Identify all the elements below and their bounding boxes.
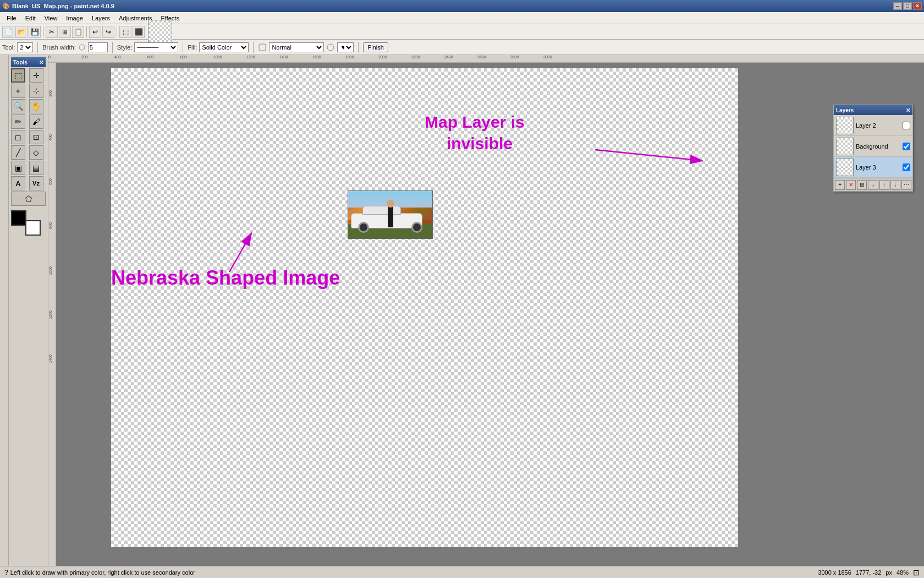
- delete-layer-button[interactable]: ✕: [846, 180, 856, 190]
- copy-button[interactable]: ⊞: [59, 26, 71, 38]
- menu-bar: File Edit View Image Layers Adjustments …: [0, 12, 924, 24]
- status-help: ? Left click to draw with primary color,…: [4, 569, 195, 576]
- tool-line[interactable]: ╱: [11, 145, 25, 160]
- window-title: Blank_US_Map.png - paint.net 4.0.9: [12, 3, 114, 9]
- options-sep3: [183, 42, 183, 53]
- tool-zoom[interactable]: 🔍: [11, 99, 25, 113]
- svg-line-5: [229, 233, 251, 272]
- add-layer-button[interactable]: +: [835, 180, 845, 190]
- title-bar: 🎨 Blank_US_Map.png - paint.net 4.0.9 ─ □…: [0, 0, 924, 12]
- tool-shapes[interactable]: ◇: [29, 145, 43, 160]
- menu-edit[interactable]: Edit: [21, 14, 40, 23]
- layer-3-thumb: [836, 159, 854, 176]
- options-bar: Tool: 2 Brush width: Style: ───── Fill: …: [0, 40, 924, 55]
- tool-eraser[interactable]: ◻: [11, 130, 25, 144]
- help-text: Left click to draw with primary color, r…: [10, 569, 195, 576]
- layer-background-visibility[interactable]: [903, 143, 910, 150]
- title-bar-controls: ─ □ ✕: [893, 2, 922, 10]
- tool-lasso[interactable]: ⌖: [11, 84, 25, 98]
- tool-rectangle-select[interactable]: ⬚: [11, 68, 25, 83]
- tool-text[interactable]: A: [11, 176, 25, 190]
- title-bar-left: 🎨 Blank_US_Map.png - paint.net 4.0.9: [2, 3, 114, 10]
- tool-move[interactable]: ✛: [29, 68, 43, 83]
- style-label: Style:: [117, 44, 133, 51]
- open-button[interactable]: 📂: [15, 26, 28, 38]
- fill-select[interactable]: Solid Color: [199, 42, 249, 52]
- redo-button[interactable]: ↪: [102, 26, 114, 38]
- tool-brush[interactable]: 🖌: [29, 114, 43, 129]
- layer-2-thumb: [836, 117, 854, 134]
- canvas[interactable]: Map Layer is invisible Nebraska Shaped I…: [111, 68, 738, 547]
- options-sep2: [112, 42, 113, 53]
- toolbar-sep1: [43, 26, 43, 37]
- layers-panel-title-bar: Layers ✕: [834, 105, 912, 115]
- duplicate-layer-button[interactable]: ⊞: [857, 180, 867, 190]
- canvas-viewport[interactable]: 200 400 600 800 1000 1200 1400: [48, 63, 924, 566]
- tools-close-button[interactable]: ✕: [39, 59, 43, 66]
- primary-color-box[interactable]: [11, 210, 26, 226]
- tools-title-bar: Tools ✕: [11, 57, 46, 67]
- tools-grid: ⬚ ✛ ⌖ ⊹ 🔍 ✋ ✏ 🖌 ◻ ⊡ ╱ ◇ ▣ ▤ A Vz: [11, 68, 46, 190]
- layer-item-3[interactable]: Layer 3: [834, 157, 912, 178]
- nebraska-annotation: Nebraska Shaped Image: [111, 266, 340, 290]
- tool-magic-wand[interactable]: ⊹: [29, 84, 43, 98]
- tool-pan[interactable]: ✋: [29, 99, 43, 113]
- canvas-size: 3000 x 1856: [818, 569, 851, 576]
- move-down-button[interactable]: ↓: [890, 180, 900, 190]
- fill-label: Fill:: [188, 44, 197, 51]
- layer-2-visibility[interactable]: [903, 122, 910, 129]
- menu-file[interactable]: File: [2, 14, 21, 23]
- merge-layer-button[interactable]: ↓: [868, 180, 878, 190]
- fit-button[interactable]: ⊡: [913, 568, 920, 577]
- ruler-horizontal: 0 200 400 600 800 1000 1200 1400 1600 18…: [48, 55, 924, 63]
- blend-select[interactable]: Normal: [269, 42, 324, 52]
- layers-close-button[interactable]: ✕: [906, 107, 910, 113]
- cut-button[interactable]: ✂: [46, 26, 58, 38]
- finish-button[interactable]: Finish: [363, 42, 388, 52]
- tool-gradient[interactable]: ▣: [11, 161, 25, 175]
- thumbnail-preview: [148, 20, 172, 44]
- tool-text2[interactable]: Vz: [29, 176, 43, 190]
- menu-layers[interactable]: Layers: [87, 14, 114, 23]
- app-icon: 🎨: [2, 3, 10, 10]
- tool-custom-shape[interactable]: ⬠: [11, 192, 46, 206]
- tools-panel: Tools ✕ ⬚ ✛ ⌖ ⊹ 🔍 ✋ ✏ 🖌 ◻ ⊡ ╱ ◇ ▣ ▤ A Vz…: [9, 55, 48, 566]
- unit-label: px: [886, 569, 892, 576]
- tools-title: Tools: [13, 59, 28, 66]
- brush-width-input[interactable]: [88, 42, 108, 52]
- style-select[interactable]: ─────: [134, 42, 178, 52]
- save-button[interactable]: 💾: [29, 26, 41, 38]
- selectall-button[interactable]: ⬛: [133, 26, 145, 38]
- options-sep5: [358, 42, 359, 53]
- minimize-button[interactable]: ─: [893, 2, 902, 10]
- paste-button[interactable]: 📋: [72, 26, 84, 38]
- opacity-select[interactable]: ▼: [337, 42, 354, 52]
- tool-paint-bucket[interactable]: ▤: [29, 161, 43, 175]
- tool-select[interactable]: 2: [17, 42, 33, 52]
- help-icon: ?: [4, 569, 8, 576]
- move-up-button[interactable]: ↑: [879, 180, 889, 190]
- properties-button[interactable]: ⋯: [901, 180, 911, 190]
- menu-view[interactable]: View: [40, 14, 62, 23]
- close-button[interactable]: ✕: [913, 2, 922, 10]
- layer-2-name: Layer 2: [856, 122, 900, 129]
- layer-3-visibility[interactable]: [903, 163, 910, 171]
- undo-button[interactable]: ↩: [89, 26, 101, 38]
- maximize-button[interactable]: □: [903, 2, 912, 10]
- layer-background-thumb: [836, 138, 854, 155]
- tool-pencil[interactable]: ✏: [11, 114, 25, 129]
- new-button[interactable]: 📄: [2, 26, 14, 38]
- layer-3-name: Layer 3: [856, 164, 900, 171]
- menu-image[interactable]: Image: [62, 14, 87, 23]
- toolbar-sep3: [117, 26, 117, 37]
- options-sep1: [37, 42, 38, 53]
- status-bar: ? Left click to draw with primary color,…: [0, 566, 924, 578]
- layer-item-2[interactable]: Layer 2: [834, 115, 912, 136]
- layer-item-background[interactable]: Background: [834, 136, 912, 157]
- map-layer-annotation2: invisible: [447, 134, 513, 153]
- options-sep4: [253, 42, 254, 53]
- tool-clone[interactable]: ⊡: [29, 130, 43, 144]
- deselect-button[interactable]: ⬚: [119, 26, 131, 38]
- svg-point-0: [79, 45, 85, 50]
- secondary-color-box[interactable]: [25, 220, 41, 236]
